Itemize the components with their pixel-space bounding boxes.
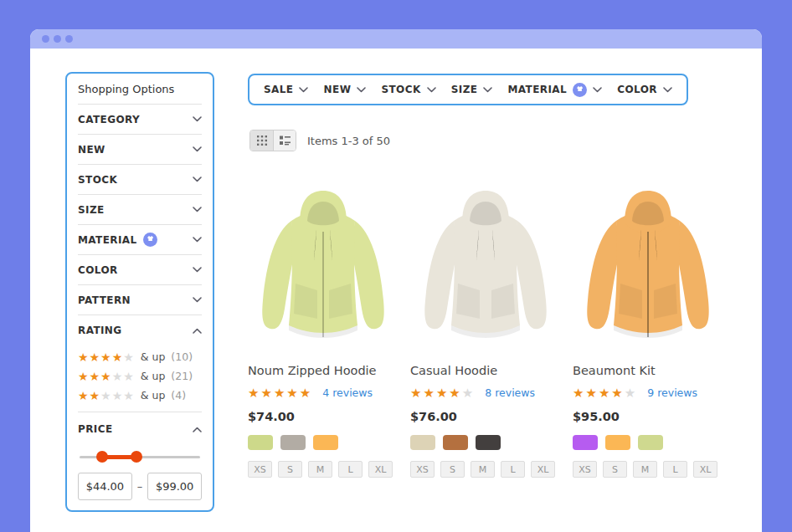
filter-dropdown-size[interactable]: SIZE [451, 84, 493, 95]
size-options: XS S M L XL [573, 461, 723, 478]
chevron-down-icon [193, 176, 202, 182]
slider-handle-min[interactable] [96, 451, 108, 463]
color-swatch[interactable] [476, 435, 501, 450]
panel-title: Shopping Options [78, 83, 202, 105]
quick-filter-bar: SALE NEW STOCK SIZE MATERIAL COLOR [248, 74, 688, 105]
size-button[interactable]: L [501, 461, 525, 478]
filter-section-label: STOCK [78, 174, 117, 186]
filter-section-new[interactable]: NEW [78, 135, 202, 165]
reviews-link[interactable]: 8 reviews [485, 386, 535, 399]
filter-dropdown-new[interactable]: NEW [324, 84, 367, 95]
filter-dropdown-label: MATERIAL [508, 84, 568, 95]
color-swatch[interactable] [248, 435, 273, 450]
window-dot[interactable] [65, 35, 73, 43]
chevron-down-icon [663, 87, 672, 93]
size-button[interactable]: S [603, 461, 627, 478]
color-swatch[interactable] [638, 435, 663, 450]
star-rating: ★★★★★ [78, 349, 135, 365]
chevron-down-icon [193, 297, 202, 303]
filter-section-stock[interactable]: STOCK [78, 165, 202, 195]
size-button[interactable]: XS [248, 461, 272, 478]
filter-dropdown-label: SIZE [451, 84, 478, 95]
product-image[interactable] [248, 183, 399, 352]
size-button[interactable]: XS [573, 461, 597, 478]
size-button[interactable]: XL [368, 461, 393, 478]
color-swatches [248, 435, 399, 450]
zipped-hoodie-image [252, 183, 394, 350]
filter-section-label: COLOR [78, 264, 118, 276]
chevron-down-icon [483, 87, 492, 93]
filter-dropdown-stock[interactable]: STOCK [381, 84, 435, 95]
size-button[interactable]: XL [693, 461, 717, 478]
product-name[interactable]: Beaumont Kit [573, 364, 723, 377]
filter-dropdown-label: COLOR [617, 84, 657, 95]
filter-section-label: PATTERN [78, 294, 131, 306]
rating-filter-option[interactable]: ★★★★★ & up (21) [78, 366, 202, 386]
grid-view-button[interactable] [250, 130, 273, 151]
filter-section-label: MATERIAL [78, 233, 157, 247]
zipped-hoodie-image [577, 183, 719, 350]
filter-dropdown-color[interactable]: COLOR [617, 84, 672, 95]
product-rating: ★★★★★ 8 reviews [410, 385, 561, 401]
filter-section-label: RATING [78, 325, 122, 336]
window-titlebar [30, 29, 762, 49]
product-rating: ★★★★★ 9 reviews [573, 385, 723, 401]
rating-count: (10) [171, 350, 193, 363]
filter-dropdown-label: NEW [324, 84, 352, 95]
size-button[interactable]: L [338, 461, 363, 478]
filter-section-category[interactable]: CATEGORY [78, 105, 202, 135]
shopping-options-panel: Shopping Options CATEGORY NEW STOCK SIZE… [65, 72, 214, 512]
color-swatch[interactable] [573, 435, 598, 450]
product-image[interactable] [410, 183, 561, 352]
filter-section-label: PRICE [78, 423, 113, 435]
size-button[interactable]: M [471, 461, 495, 478]
size-button[interactable]: M [308, 461, 332, 478]
star-rating: ★★★★★ [78, 368, 135, 384]
size-options: XS S M L XL [410, 461, 561, 478]
filter-section-color[interactable]: COLOR [78, 255, 202, 285]
material-tshirt-icon [143, 233, 157, 247]
slider-handle-max[interactable] [131, 451, 142, 463]
price-range-slider[interactable] [80, 451, 200, 463]
product-image[interactable] [573, 183, 723, 352]
star-rating: ★★★★★ [78, 387, 135, 403]
product-rating: ★★★★★ 4 reviews [248, 385, 399, 401]
size-button[interactable]: M [633, 461, 657, 478]
size-button[interactable]: L [663, 461, 687, 478]
reviews-link[interactable]: 9 reviews [647, 386, 697, 399]
chevron-down-icon [593, 87, 602, 93]
color-swatch[interactable] [605, 435, 630, 450]
size-button[interactable]: XL [531, 461, 555, 478]
rating-filter-option[interactable]: ★★★★★ & up (10) [78, 347, 202, 366]
product-name[interactable]: Noum Zipped Hoodie [248, 364, 399, 377]
rating-filter-option[interactable]: ★★★★★ & up (4) [78, 386, 202, 405]
filter-dropdown-label: SALE [264, 84, 293, 95]
product-grid: Noum Zipped Hoodie ★★★★★ 4 reviews $74.0… [248, 183, 723, 478]
filter-section-material[interactable]: MATERIAL [78, 225, 202, 255]
size-button[interactable]: S [278, 461, 302, 478]
product-card: Casual Hoodie ★★★★★ 8 reviews $76.00 XS … [410, 183, 561, 478]
price-max-input[interactable]: $99.00 [147, 473, 202, 500]
filter-section-size[interactable]: SIZE [78, 195, 202, 225]
filter-section-price[interactable]: PRICE [78, 414, 202, 444]
chevron-down-icon [193, 146, 202, 152]
window-dot[interactable] [54, 35, 61, 43]
filter-dropdown-material[interactable]: MATERIAL [508, 83, 603, 97]
filter-section-pattern[interactable]: PATTERN [78, 285, 202, 315]
size-button[interactable]: S [440, 461, 465, 478]
price-min-input[interactable]: $44.00 [78, 473, 132, 500]
filter-dropdown-label: STOCK [381, 84, 420, 95]
color-swatch[interactable] [280, 435, 306, 450]
color-swatch[interactable] [410, 435, 435, 450]
color-swatch[interactable] [313, 435, 338, 450]
list-view-button[interactable] [273, 130, 296, 151]
size-button[interactable]: XS [410, 461, 435, 478]
color-swatch[interactable] [443, 435, 468, 450]
product-name[interactable]: Casual Hoodie [410, 364, 561, 377]
window-dot[interactable] [42, 35, 49, 43]
filter-section-rating[interactable]: RATING [78, 315, 202, 345]
chevron-down-icon [427, 87, 436, 93]
filter-section-label: SIZE [78, 204, 105, 216]
reviews-link[interactable]: 4 reviews [322, 386, 373, 399]
filter-dropdown-sale[interactable]: SALE [264, 84, 308, 95]
